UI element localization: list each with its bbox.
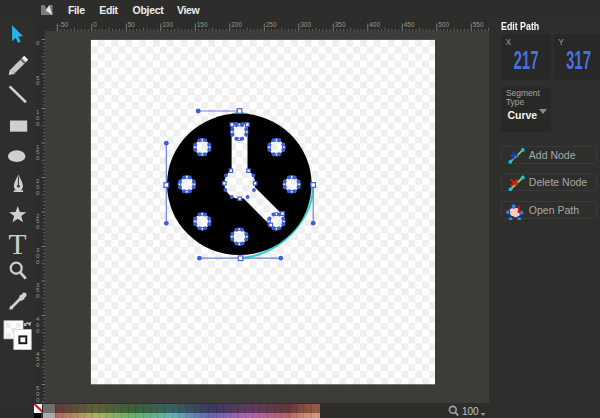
svg-text:0: 0 (36, 396, 40, 403)
svg-text:350: 350 (335, 21, 346, 28)
svg-text:0: 0 (36, 223, 40, 230)
svg-text:150: 150 (197, 21, 208, 28)
svg-text:500: 500 (438, 21, 449, 28)
svg-text:400: 400 (369, 21, 380, 28)
svg-text:550: 550 (473, 21, 484, 28)
svg-text:300: 300 (300, 21, 311, 28)
svg-text:100: 100 (162, 21, 173, 28)
svg-text:0: 0 (36, 189, 40, 196)
svg-text:0: 0 (93, 21, 97, 28)
svg-text:0: 0 (36, 79, 40, 86)
svg-text:250: 250 (266, 21, 277, 28)
svg-text:0: 0 (36, 120, 40, 127)
svg-text:0: 0 (36, 39, 40, 46)
svg-text:50: 50 (128, 21, 136, 28)
svg-text:T: T (9, 228, 27, 260)
svg-text:0: 0 (36, 361, 40, 368)
svg-text:0: 0 (36, 327, 40, 334)
svg-text:0: 0 (36, 154, 40, 161)
svg-text:450: 450 (404, 21, 415, 28)
svg-text:-50: -50 (59, 21, 69, 28)
svg-text:100: 100 (462, 406, 479, 417)
svg-text:0: 0 (36, 258, 40, 265)
svg-text:0: 0 (36, 292, 40, 299)
svg-text:200: 200 (231, 21, 242, 28)
